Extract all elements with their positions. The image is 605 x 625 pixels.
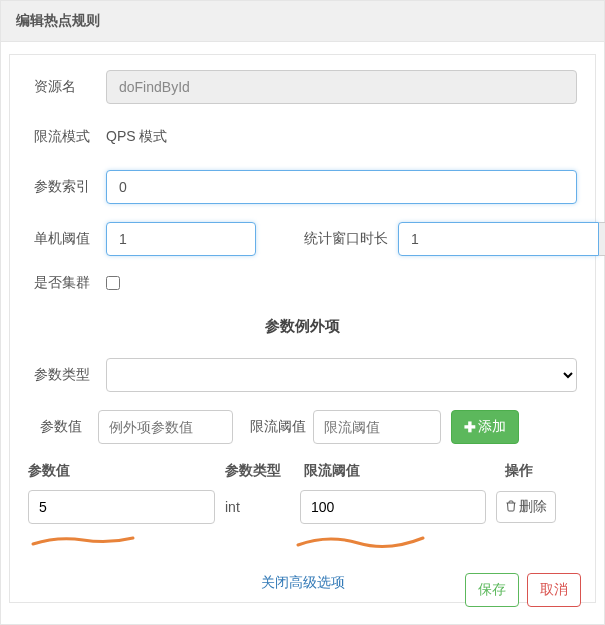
mode-label: 限流模式: [28, 128, 106, 146]
edit-hotspot-rule-modal: 编辑热点规则 资源名 限流模式 QPS 模式 参数索引 单机阈值 统计窗口时长: [0, 0, 605, 625]
window-input[interactable]: [398, 222, 599, 256]
th-param-value: 参数值: [28, 462, 225, 480]
cluster-checkbox[interactable]: [106, 276, 120, 290]
cancel-button[interactable]: 取消: [527, 573, 581, 607]
threshold-label: 单机阈值: [28, 230, 106, 248]
modal-body: 资源名 限流模式 QPS 模式 参数索引 单机阈值 统计窗口时长 秒: [9, 54, 596, 603]
row-mode: 限流模式 QPS 模式: [28, 122, 577, 152]
modal-header: 编辑热点规则: [1, 1, 604, 42]
exc-param-value-label: 参数值: [28, 418, 98, 436]
trash-icon: [505, 499, 517, 515]
row-threshold-window: 单机阈值 统计窗口时长 秒: [28, 222, 577, 256]
threshold-input[interactable]: [106, 222, 256, 256]
delete-button-label: 删除: [519, 498, 547, 516]
resource-label: 资源名: [28, 78, 106, 96]
mode-value: QPS 模式: [106, 122, 167, 152]
add-button-label: 添加: [478, 418, 506, 436]
row-param-index: 参数索引: [28, 170, 577, 204]
param-type-label: 参数类型: [28, 366, 106, 384]
modal-title: 编辑热点规则: [16, 12, 589, 30]
param-type-select[interactable]: [106, 358, 577, 392]
cancel-button-label: 取消: [540, 581, 568, 599]
th-param-type: 参数类型: [225, 462, 300, 480]
plus-icon: ✚: [464, 419, 476, 435]
param-index-input[interactable]: [106, 170, 577, 204]
param-index-label: 参数索引: [28, 178, 106, 196]
table-header: 参数值 参数类型 限流阈值 操作: [28, 462, 577, 480]
save-button[interactable]: 保存: [465, 573, 519, 607]
modal-footer: 保存 取消: [8, 563, 597, 617]
row-param-type: 参数类型: [28, 358, 577, 392]
exc-param-value-input[interactable]: [98, 410, 233, 444]
th-threshold: 限流阈值: [300, 462, 505, 480]
row-threshold-input[interactable]: [300, 490, 486, 524]
table-row: int 删除: [28, 490, 577, 524]
save-button-label: 保存: [478, 581, 506, 599]
annotation-underlines: [28, 530, 588, 552]
window-unit: 秒: [599, 222, 605, 256]
window-label: 统计窗口时长: [298, 230, 398, 248]
row-exception-input: 参数值 限流阈值 ✚ 添加: [28, 410, 577, 444]
resource-input: [106, 70, 577, 104]
exception-section-title: 参数例外项: [28, 317, 577, 336]
cluster-label: 是否集群: [28, 274, 106, 292]
row-param-type: int: [225, 499, 300, 515]
exc-threshold-input[interactable]: [313, 410, 441, 444]
exc-threshold-label: 限流阈值: [243, 418, 313, 436]
row-resource: 资源名: [28, 70, 577, 104]
row-cluster: 是否集群: [28, 274, 577, 292]
row-param-value-input[interactable]: [28, 490, 215, 524]
add-button[interactable]: ✚ 添加: [451, 410, 519, 444]
th-action: 操作: [505, 462, 575, 480]
delete-button[interactable]: 删除: [496, 491, 556, 523]
